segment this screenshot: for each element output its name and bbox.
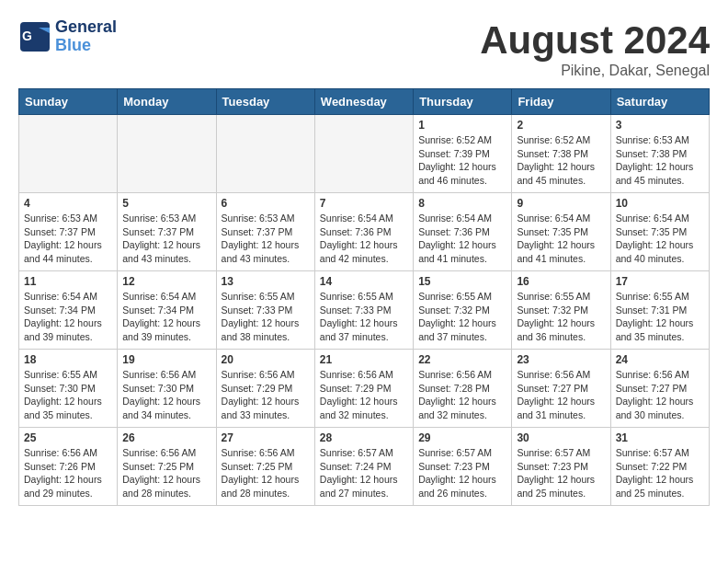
calendar-cell: 21Sunrise: 6:56 AM Sunset: 7:29 PM Dayli… — [314, 350, 413, 428]
day-number: 8 — [418, 197, 506, 210]
calendar-cell — [216, 115, 314, 193]
location-subtitle: Pikine, Dakar, Senegal — [480, 63, 710, 79]
day-number: 7 — [320, 197, 408, 210]
day-info: Sunrise: 6:55 AM Sunset: 7:30 PM Dayligh… — [24, 368, 112, 422]
day-info: Sunrise: 6:55 AM Sunset: 7:31 PM Dayligh… — [616, 290, 704, 344]
weekday-sunday: Sunday — [19, 89, 118, 115]
calendar-cell: 23Sunrise: 6:56 AM Sunset: 7:27 PM Dayli… — [512, 350, 610, 428]
day-info: Sunrise: 6:54 AM Sunset: 7:34 PM Dayligh… — [122, 290, 210, 344]
month-year-title: August 2024 — [480, 18, 710, 63]
calendar: SundayMondayTuesdayWednesdayThursdayFrid… — [18, 88, 710, 506]
page-header: G General Blue August 2024 Pikine, Dakar… — [18, 18, 710, 79]
day-info: Sunrise: 6:56 AM Sunset: 7:29 PM Dayligh… — [320, 368, 408, 422]
calendar-cell: 3Sunrise: 6:53 AM Sunset: 7:38 PM Daylig… — [610, 115, 709, 193]
day-number: 9 — [517, 197, 605, 210]
week-row-4: 18Sunrise: 6:55 AM Sunset: 7:30 PM Dayli… — [19, 350, 710, 428]
day-info: Sunrise: 6:53 AM Sunset: 7:37 PM Dayligh… — [24, 212, 112, 266]
weekday-thursday: Thursday — [414, 89, 512, 115]
day-info: Sunrise: 6:54 AM Sunset: 7:35 PM Dayligh… — [517, 212, 605, 266]
calendar-cell: 22Sunrise: 6:56 AM Sunset: 7:28 PM Dayli… — [414, 350, 512, 428]
calendar-cell: 24Sunrise: 6:56 AM Sunset: 7:27 PM Dayli… — [610, 350, 709, 428]
calendar-cell — [314, 115, 413, 193]
calendar-cell: 26Sunrise: 6:56 AM Sunset: 7:25 PM Dayli… — [118, 428, 216, 506]
day-number: 11 — [24, 275, 112, 288]
svg-text:G: G — [22, 29, 32, 43]
day-number: 25 — [24, 431, 112, 444]
logo: G General Blue — [18, 18, 117, 55]
day-info: Sunrise: 6:54 AM Sunset: 7:35 PM Dayligh… — [616, 212, 704, 266]
day-info: Sunrise: 6:56 AM Sunset: 7:26 PM Dayligh… — [24, 446, 112, 500]
calendar-cell: 31Sunrise: 6:57 AM Sunset: 7:22 PM Dayli… — [610, 428, 709, 506]
day-number: 1 — [418, 119, 506, 132]
calendar-cell: 6Sunrise: 6:53 AM Sunset: 7:37 PM Daylig… — [216, 193, 314, 271]
day-number: 21 — [320, 353, 408, 366]
calendar-cell: 17Sunrise: 6:55 AM Sunset: 7:31 PM Dayli… — [610, 271, 709, 350]
day-info: Sunrise: 6:53 AM Sunset: 7:37 PM Dayligh… — [122, 212, 210, 266]
calendar-cell — [118, 115, 216, 193]
calendar-cell: 28Sunrise: 6:57 AM Sunset: 7:24 PM Dayli… — [314, 428, 413, 506]
day-number: 27 — [222, 431, 310, 444]
calendar-cell: 9Sunrise: 6:54 AM Sunset: 7:35 PM Daylig… — [512, 193, 610, 271]
calendar-cell: 1Sunrise: 6:52 AM Sunset: 7:39 PM Daylig… — [414, 115, 512, 193]
weekday-header-row: SundayMondayTuesdayWednesdayThursdayFrid… — [19, 89, 710, 115]
calendar-cell: 13Sunrise: 6:55 AM Sunset: 7:33 PM Dayli… — [216, 271, 314, 350]
day-info: Sunrise: 6:56 AM Sunset: 7:25 PM Dayligh… — [222, 446, 310, 500]
day-number: 14 — [320, 275, 408, 288]
title-block: August 2024 Pikine, Dakar, Senegal — [480, 18, 710, 79]
logo-icon: G — [18, 20, 51, 53]
day-info: Sunrise: 6:53 AM Sunset: 7:37 PM Dayligh… — [222, 212, 310, 266]
day-info: Sunrise: 6:54 AM Sunset: 7:36 PM Dayligh… — [418, 212, 506, 266]
weekday-friday: Friday — [512, 89, 610, 115]
day-number: 29 — [418, 431, 506, 444]
logo-general: General — [55, 18, 117, 37]
week-row-3: 11Sunrise: 6:54 AM Sunset: 7:34 PM Dayli… — [19, 271, 710, 350]
day-number: 16 — [517, 275, 605, 288]
weekday-tuesday: Tuesday — [216, 89, 314, 115]
calendar-cell: 2Sunrise: 6:52 AM Sunset: 7:38 PM Daylig… — [512, 115, 610, 193]
day-number: 19 — [122, 353, 210, 366]
day-info: Sunrise: 6:57 AM Sunset: 7:23 PM Dayligh… — [517, 446, 605, 500]
day-number: 31 — [616, 431, 704, 444]
day-info: Sunrise: 6:52 AM Sunset: 7:38 PM Dayligh… — [517, 133, 605, 188]
day-number: 6 — [222, 197, 310, 210]
calendar-cell: 25Sunrise: 6:56 AM Sunset: 7:26 PM Dayli… — [19, 428, 118, 506]
day-number: 12 — [122, 275, 210, 288]
day-info: Sunrise: 6:55 AM Sunset: 7:33 PM Dayligh… — [320, 290, 408, 344]
day-number: 10 — [616, 197, 704, 210]
weekday-saturday: Saturday — [610, 89, 709, 115]
day-number: 26 — [122, 431, 210, 444]
day-number: 15 — [418, 275, 506, 288]
day-number: 13 — [222, 275, 310, 288]
day-info: Sunrise: 6:57 AM Sunset: 7:24 PM Dayligh… — [320, 446, 408, 500]
day-number: 4 — [24, 197, 112, 210]
day-number: 17 — [616, 275, 704, 288]
calendar-cell: 18Sunrise: 6:55 AM Sunset: 7:30 PM Dayli… — [19, 350, 118, 428]
day-number: 3 — [616, 119, 704, 132]
weekday-wednesday: Wednesday — [314, 89, 413, 115]
calendar-cell: 8Sunrise: 6:54 AM Sunset: 7:36 PM Daylig… — [414, 193, 512, 271]
day-info: Sunrise: 6:55 AM Sunset: 7:32 PM Dayligh… — [418, 290, 506, 344]
weekday-monday: Monday — [118, 89, 216, 115]
day-number: 18 — [24, 353, 112, 366]
week-row-1: 1Sunrise: 6:52 AM Sunset: 7:39 PM Daylig… — [19, 115, 710, 193]
calendar-cell: 5Sunrise: 6:53 AM Sunset: 7:37 PM Daylig… — [118, 193, 216, 271]
calendar-cell: 19Sunrise: 6:56 AM Sunset: 7:30 PM Dayli… — [118, 350, 216, 428]
calendar-cell: 12Sunrise: 6:54 AM Sunset: 7:34 PM Dayli… — [118, 271, 216, 350]
day-info: Sunrise: 6:54 AM Sunset: 7:36 PM Dayligh… — [320, 212, 408, 266]
day-number: 22 — [418, 353, 506, 366]
calendar-cell: 14Sunrise: 6:55 AM Sunset: 7:33 PM Dayli… — [314, 271, 413, 350]
day-number: 5 — [122, 197, 210, 210]
day-info: Sunrise: 6:56 AM Sunset: 7:30 PM Dayligh… — [122, 368, 210, 422]
day-info: Sunrise: 6:56 AM Sunset: 7:28 PM Dayligh… — [418, 368, 506, 422]
day-number: 28 — [320, 431, 408, 444]
calendar-cell: 15Sunrise: 6:55 AM Sunset: 7:32 PM Dayli… — [414, 271, 512, 350]
day-number: 20 — [222, 353, 310, 366]
calendar-cell: 11Sunrise: 6:54 AM Sunset: 7:34 PM Dayli… — [19, 271, 118, 350]
day-info: Sunrise: 6:56 AM Sunset: 7:27 PM Dayligh… — [517, 368, 605, 422]
day-info: Sunrise: 6:56 AM Sunset: 7:25 PM Dayligh… — [122, 446, 210, 500]
calendar-cell: 27Sunrise: 6:56 AM Sunset: 7:25 PM Dayli… — [216, 428, 314, 506]
day-info: Sunrise: 6:53 AM Sunset: 7:38 PM Dayligh… — [616, 133, 704, 188]
day-info: Sunrise: 6:55 AM Sunset: 7:32 PM Dayligh… — [517, 290, 605, 344]
day-info: Sunrise: 6:57 AM Sunset: 7:22 PM Dayligh… — [616, 446, 704, 500]
day-number: 24 — [616, 353, 704, 366]
